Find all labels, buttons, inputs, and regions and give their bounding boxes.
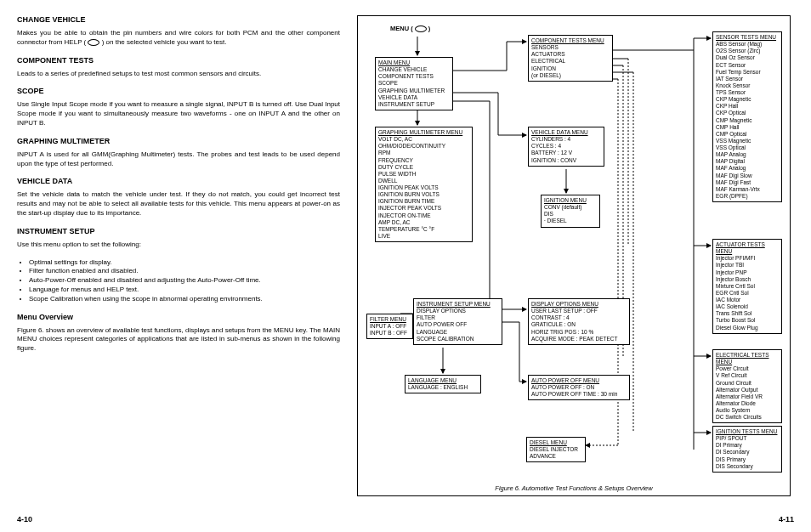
menu-key-label: MENU ( ) [390, 25, 430, 32]
heading-component-tests: COMPONENT TESTS [17, 56, 340, 65]
menu-item: TPS Sensor [716, 89, 779, 96]
menu-item: O2S Sensor (Zirc) [716, 48, 779, 54]
menu-item: IAT Sensor [716, 76, 779, 82]
menu-item: Ground Circuit [716, 380, 779, 387]
menu-item: CYLINDERS : 4 [531, 136, 601, 143]
menu-item: CKP Magnetic [716, 96, 779, 103]
menu-item: CONV (default) [544, 204, 597, 211]
menu-item: VEHICLE DATA [378, 94, 450, 101]
menu-item: FREQUENCY [378, 157, 469, 164]
menu-item: AUTO POWER OFF : ON [531, 384, 627, 391]
menu-item: MAF Digi Fast [716, 179, 779, 186]
menu-item: PIP/ SPOUT [716, 435, 779, 442]
menu-item: EGR (DPFE) [716, 193, 779, 200]
menu-item: CKP Optical [716, 110, 779, 116]
menu-item: Diesel Glow Plug [716, 325, 779, 331]
menu-item: COMPONENT TESTS [378, 73, 450, 80]
auto-power-off-menu-box: AUTO POWER OFF MENU AUTO POWER OFF : ON … [528, 375, 630, 400]
display-options-menu-box: DISPLAY OPTIONS MENU USER LAST SETUP : O… [528, 298, 630, 345]
menu-item: · DIESEL [544, 218, 597, 224]
box-title: IGNITION MENU [544, 197, 597, 204]
menu-item: OHM/DIODE/CONTINUITY [378, 143, 469, 150]
box-title: GRAPHING MULTIMETER MENU [378, 129, 469, 136]
menu-item: Dual Oz Sensor [716, 54, 779, 61]
list-item: Scope Calibration when using the scope i… [29, 295, 340, 304]
para-change-vehicle: Makes you be able to obtain the pin numb… [17, 29, 340, 48]
sensor-tests-menu-box: SENSOR TESTS MENU ABS Sensor (Mag) O2S S… [712, 31, 782, 202]
menu-item: DI Secondary [716, 449, 779, 456]
menu-item: DC Switch Circuits [716, 414, 779, 421]
menu-item: PULSE WIDTH [378, 171, 469, 178]
box-title: ACTUATOR TESTS MENU [716, 241, 779, 255]
menu-item: DIS [544, 211, 597, 218]
box-title: DISPLAY OPTIONS MENU [531, 301, 627, 308]
menu-item: HORIZ TRIG POS : 10 % [531, 329, 627, 336]
menu-item: Alternator Output [716, 387, 779, 393]
menu-item: CMP Magnetic [716, 117, 779, 124]
heading-menu-overview: Menu Overview [17, 313, 340, 321]
menu-item: DIS Primary [716, 456, 779, 463]
vehicle-data-menu-box: VEHICLE DATA MENU CYLINDERS : 4 CYCLES :… [528, 127, 604, 167]
menu-item: IGNITION BURN VOLTS [378, 191, 469, 198]
menu-item: ACQUIRE MODE : PEAK DETECT [531, 336, 627, 342]
list-item: Filter function enabled and disabled. [29, 267, 340, 276]
menu-item: IAC Solenoid [716, 303, 779, 310]
menu-item: TEMPERATURE °C °F [378, 226, 469, 233]
menu-item: IGNITION BURN TIME [378, 198, 469, 205]
menu-item: SENSORS [531, 44, 610, 51]
heading-instrument-setup: INSTRUMENT SETUP [17, 227, 340, 235]
menu-item: CHANGE VEHICLE [378, 66, 450, 73]
menu-item: EGR Cntl Sol [716, 290, 779, 297]
figure-caption: Figure 6. Automotive Test Functions & Se… [358, 484, 790, 492]
heading-change-vehicle: CHANGE VEHICLE [17, 15, 340, 24]
heading-gmm: GRAPHING MULTIMETER [17, 137, 340, 145]
menu-item: LIVE [378, 233, 469, 240]
menu-item: GRATICULE : ON [531, 321, 627, 328]
menu-item: DISPLAY OPTIONS [417, 308, 499, 314]
menu-item: FILTER [417, 314, 499, 321]
menu-item: IGNITION [531, 65, 610, 72]
box-title: MAIN MENU [378, 59, 450, 66]
list-item: Auto-Power-Off enabled and disabled and … [29, 276, 340, 286]
component-tests-menu-box: COMPONENT TESTS MENU SENSORS ACTUATORS E… [528, 35, 613, 82]
menu-item: IAC Motor [716, 297, 779, 303]
language-menu-box: LANGUAGE MENU LANGUAGE : ENGLISH [405, 375, 481, 393]
para-gmm: INPUT A is used for all GMM(Graphing Mul… [17, 150, 340, 169]
menu-item: MAF Karman-Vrtx [716, 186, 779, 193]
menu-item: AUTO POWER OFF TIME : 30 min [531, 391, 627, 398]
menu-item: Power Circuit [716, 365, 779, 372]
menu-key-icon [415, 25, 427, 32]
help-icon [88, 39, 99, 46]
menu-item: V Ref Circuit [716, 372, 779, 379]
menu-item: INPUT A : OFF [370, 323, 410, 330]
para-vehicle-data: Set the vehicle data to match the vehicl… [17, 190, 340, 218]
heading-vehicle-data: VEHICLE DATA [17, 177, 340, 185]
para-component-tests: Leads to a series of predefined setups t… [17, 70, 340, 79]
menu-item: MAF Analog [716, 165, 779, 172]
box-title: DIESEL MENU [530, 439, 582, 446]
menu-item: DIS Secondary [716, 463, 779, 470]
menu-item: RPM [378, 150, 469, 156]
menu-item: DIESEL INJECTOR [530, 446, 582, 453]
menu-item: Injector Bosch [716, 276, 779, 283]
menu-item: USER LAST SETUP : OFF [531, 308, 627, 314]
menu-item: INJECTOR PEAK VOLTS [378, 205, 469, 212]
menu-item: ELECTRICAL [531, 58, 610, 65]
actuator-tests-menu-box: ACTUATOR TESTS MENU Injector PFI/MFI Inj… [712, 239, 782, 334]
menu-item: VOLT DC, AC [378, 136, 469, 143]
menu-item: ADVANCE [530, 453, 582, 460]
menu-item: INJECTOR ON-TIME [378, 212, 469, 219]
menu-item: DI Primary [716, 442, 779, 449]
electrical-tests-menu-box: ELECTRICAL TESTS MENU Power Circuit V Re… [712, 349, 782, 423]
menu-item: Mixture Cntl Sol [716, 283, 779, 290]
menu-item: INSTRUMENT SETUP [378, 101, 450, 108]
box-title: COMPONENT TESTS MENU [531, 37, 610, 44]
menu-item: CMP Optical [716, 131, 779, 138]
page-number-left: 4-10 [17, 515, 32, 524]
heading-scope: SCOPE [17, 87, 340, 95]
menu-item: Turbo Boost Sol [716, 317, 779, 324]
para-instrument-setup: Use this menu option to set the followin… [17, 241, 340, 250]
menu-item: MAP Analog [716, 151, 779, 158]
menu-item: Alternator Field VR [716, 393, 779, 400]
menu-item: AUTO POWER OFF [417, 321, 499, 328]
